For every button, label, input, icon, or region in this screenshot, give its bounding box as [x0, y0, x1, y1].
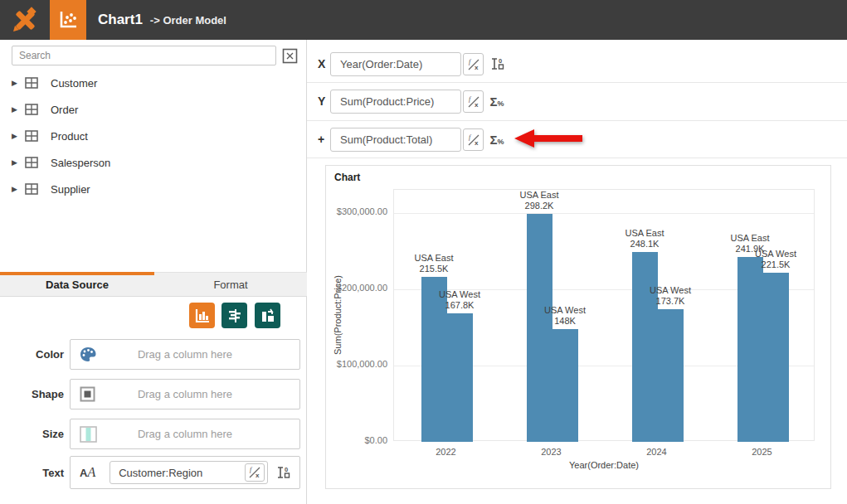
sort-button[interactable]: 0: [276, 465, 290, 480]
bar-usa-west-2024[interactable]: [658, 309, 684, 442]
chevron-right-icon[interactable]: ▶: [12, 158, 20, 167]
bar-usa-west-2025[interactable]: [763, 273, 789, 442]
tree-item-label: Supplier: [51, 183, 90, 196]
tab-format[interactable]: Format: [154, 273, 307, 297]
color-drop-zone[interactable]: Drag a column here: [70, 339, 300, 370]
x-sort-button[interactable]: 0: [487, 54, 507, 74]
sidebar-item-product[interactable]: ▶ Product: [0, 126, 305, 146]
fx-expression-button[interactable]: f x: [245, 463, 265, 482]
sidebar-item-customer[interactable]: ▶ Customer: [0, 73, 305, 93]
shape-drop-zone[interactable]: Drag a column here: [70, 379, 300, 410]
gridline: [394, 213, 814, 214]
color-well-label: Color: [0, 339, 64, 370]
shape-placeholder: Drag a column here: [71, 388, 299, 400]
bar-usa-east-2025[interactable]: [737, 257, 763, 442]
search-input[interactable]: [12, 46, 276, 65]
sidebar-item-salesperson[interactable]: ▶ Salesperson: [0, 153, 305, 172]
bar-data-label: USA West148K: [544, 305, 586, 327]
added-series-field[interactable]: [330, 128, 461, 152]
bar-usa-west-2022[interactable]: [447, 313, 473, 442]
y-axis-field[interactable]: [330, 90, 461, 114]
shape-icon: [80, 386, 95, 402]
size-placeholder: Drag a column here: [71, 428, 299, 440]
fx-icon: f x: [247, 466, 262, 479]
x-fx-expression-button[interactable]: fx: [463, 53, 484, 75]
bar-data-label: USA West173.7K: [650, 285, 691, 307]
bar-data-label: USA East298.2K: [519, 190, 558, 211]
shape-well-label: Shape: [0, 379, 64, 410]
svg-text:x: x: [256, 472, 260, 479]
x-axis-field[interactable]: [330, 52, 461, 76]
x-axis-label: X: [318, 57, 329, 70]
plus-fx-expression-button[interactable]: fx: [463, 128, 484, 151]
table-icon: [25, 157, 38, 168]
size-well-label: Size: [0, 419, 64, 449]
chevron-right-icon[interactable]: ▶: [12, 105, 20, 114]
add-series-label: +: [318, 133, 329, 146]
app-logo[interactable]: [7, 3, 43, 36]
text-field[interactable]: Customer:Region f x: [110, 461, 268, 484]
size-icon: [80, 426, 97, 443]
sigma-percent-icon: Σ%: [489, 133, 504, 147]
chart-preview: Chart Sum(Product:Price) Year(Order:Date…: [325, 165, 831, 489]
bar-chart-type-button[interactable]: [189, 303, 215, 328]
font-icon: AA: [80, 465, 95, 480]
main-panel: X fx 0 Y fx Σ% + fx Σ% Chart: [307, 40, 847, 504]
bar-usa-west-2023[interactable]: [552, 329, 578, 442]
size-drop-zone[interactable]: Drag a column here: [70, 419, 300, 449]
tree-item-label: Order: [51, 104, 78, 116]
svg-text:f: f: [469, 58, 472, 65]
bar-usa-east-2024[interactable]: [632, 252, 658, 442]
text-drop-zone[interactable]: AA Customer:Region f x 0: [70, 456, 300, 489]
bar-data-label: USA West167.8K: [439, 289, 480, 311]
x-tick-label: 2023: [518, 447, 585, 457]
y-tick-label: $300,000.00: [326, 206, 387, 216]
tree-item-label: Customer: [51, 77, 97, 90]
sort-icon: 0: [276, 465, 290, 480]
chevron-right-icon[interactable]: ▶: [12, 79, 20, 87]
tornado-chart-type-button[interactable]: [221, 303, 247, 328]
fx-icon: fx: [466, 94, 481, 109]
divider: [307, 82, 847, 83]
header-bar: Chart1 -> Order Model: [0, 0, 847, 40]
panel-tabs: Data Source Format: [0, 272, 307, 297]
palette-icon: [80, 346, 97, 363]
bar-usa-east-2023[interactable]: [527, 214, 552, 442]
table-icon: [25, 77, 38, 89]
y-tick-label: $0.00: [326, 435, 387, 445]
sidebar: ▶ Customer ▶ Order ▶ Product ▶ Salespers…: [0, 40, 307, 504]
chevron-right-icon[interactable]: ▶: [12, 132, 20, 140]
table-icon: [25, 104, 38, 115]
divider: [307, 158, 847, 158]
sidebar-item-supplier[interactable]: ▶ Supplier: [0, 179, 305, 199]
table-icon: [25, 183, 38, 195]
plus-aggregate-button[interactable]: Σ%: [487, 129, 507, 149]
x-tick-label: 2024: [624, 447, 690, 457]
svg-text:0: 0: [499, 57, 502, 65]
chart-designer-tab[interactable]: [50, 0, 86, 40]
sidebar-item-order[interactable]: ▶ Order: [0, 99, 305, 119]
svg-text:x: x: [475, 101, 479, 109]
tab-data-source[interactable]: Data Source: [0, 273, 154, 297]
sort-icon: 0: [490, 56, 504, 71]
color-placeholder: Drag a column here: [71, 348, 299, 361]
y-axis-label: Y: [318, 94, 329, 108]
svg-text:0: 0: [285, 466, 288, 473]
tornado-chart-icon: [226, 308, 243, 324]
y-fx-expression-button[interactable]: fx: [463, 90, 484, 113]
page-title: Chart1: [98, 12, 143, 28]
svg-text:f: f: [250, 466, 253, 473]
bar-data-label: USA East215.5K: [414, 253, 453, 274]
y-aggregate-button[interactable]: Σ%: [487, 91, 507, 111]
chevron-right-icon[interactable]: ▶: [12, 185, 20, 193]
x-tick-label: 2025: [729, 447, 796, 457]
rotate-chart-icon: [260, 308, 276, 324]
breadcrumb: Chart1 -> Order Model: [98, 0, 226, 40]
tree-item-label: Product: [51, 130, 88, 143]
clear-search-button[interactable]: [281, 47, 298, 64]
fx-icon: fx: [466, 57, 481, 72]
x-axis-title: Year(Order:Date): [521, 460, 687, 470]
transpose-chart-type-button[interactable]: [255, 303, 280, 328]
close-icon: [282, 48, 298, 64]
app-window: Chart1 -> Order Model ▶ Customer ▶ Order…: [0, 0, 847, 504]
